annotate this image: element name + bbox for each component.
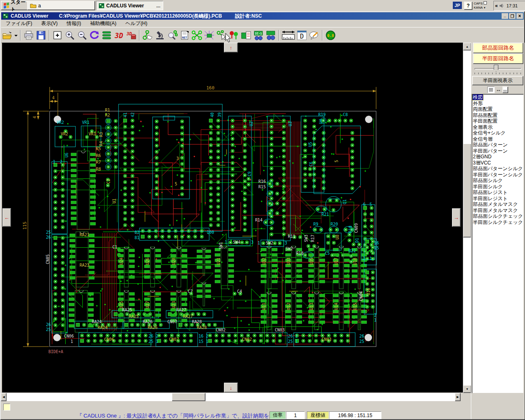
pan-down-button[interactable]: ↓ bbox=[224, 383, 238, 393]
layers-button[interactable] bbox=[100, 29, 113, 41]
horizontal-scroll-thumb[interactable] bbox=[172, 393, 205, 401]
pan-left-button[interactable]: ← bbox=[2, 208, 11, 227]
pcb-canvas[interactable]: 16011544BIDE+AVR2VR1VR2VR1R1R2R3R4R5R6R7… bbox=[2, 43, 463, 393]
ic-search-button[interactable] bbox=[265, 29, 277, 41]
maximize-button[interactable]: ❐ bbox=[509, 13, 516, 19]
minimize-button[interactable]: _ bbox=[502, 13, 508, 19]
zoom-in-button[interactable] bbox=[64, 29, 76, 41]
line-width-button[interactable]: 0.8 bbox=[324, 29, 337, 41]
zoom-window-button[interactable] bbox=[51, 29, 64, 41]
print-button[interactable] bbox=[23, 29, 35, 41]
layer-list-item[interactable]: 部品面シルクチェック bbox=[472, 213, 523, 219]
status-bar: 『 CADLUS One 』: 最大設計者6人までの「同時パラレル作業」で、設計… bbox=[1, 401, 471, 419]
tray-expand-icon[interactable]: « bbox=[495, 3, 498, 9]
pan-up-button[interactable]: ↑ bbox=[224, 43, 238, 52]
layer-list-item[interactable]: 検図 bbox=[472, 94, 523, 100]
svg-text:C9: C9 bbox=[247, 171, 252, 176]
net-cross-button[interactable] bbox=[191, 29, 203, 41]
layer-list-item[interactable]: 部品面レジスト bbox=[472, 189, 523, 196]
component-side-net-button[interactable]: 部品面回路名 bbox=[473, 43, 523, 53]
part-rays-button[interactable] bbox=[203, 29, 215, 41]
layer-list[interactable]: 検図外形両面配置部品面配置半田面配置全層表示全信号+シルク全信号層部品面パターン… bbox=[472, 94, 524, 393]
close-button[interactable]: × bbox=[516, 13, 523, 19]
floppy-icon bbox=[36, 30, 46, 40]
layer-list-item[interactable]: 全信号層 bbox=[472, 136, 523, 142]
layer-list-item[interactable]: 半田面パターンシルク bbox=[472, 172, 523, 178]
solder-view-button[interactable]: 半田面視表示 bbox=[472, 76, 523, 85]
dimension-button[interactable]: D bbox=[296, 29, 308, 41]
scroll-right-button[interactable]: ▶ bbox=[455, 393, 461, 401]
parts-list-button[interactable] bbox=[240, 29, 252, 41]
menu-item[interactable]: 情報(I) bbox=[62, 20, 85, 27]
layer-list-item[interactable]: 外形 bbox=[472, 100, 523, 107]
layer-list-item[interactable]: 部品面シルク bbox=[472, 178, 523, 184]
toolbar-separator bbox=[322, 30, 323, 41]
layer-list-item[interactable]: 半田面パターン bbox=[472, 148, 523, 154]
taskbar-item-a[interactable]: a bbox=[27, 1, 95, 10]
layer-list-item[interactable]: 半田面シルク bbox=[472, 184, 523, 190]
net-search-button[interactable] bbox=[166, 29, 178, 41]
scroll-up-button[interactable]: ▲ bbox=[463, 43, 471, 50]
ime-caps-kana[interactable]: CAPS KANA ▼ bbox=[474, 1, 492, 10]
coordinate-label: 座標値 bbox=[307, 411, 329, 419]
scroll-left-button[interactable]: ◀ bbox=[1, 393, 7, 401]
svg-text:R11: R11 bbox=[288, 234, 295, 239]
svg-text:25 1: 25 1 bbox=[288, 339, 298, 344]
list-view-icon[interactable] bbox=[487, 87, 495, 93]
layer-list-item[interactable]: 半田面配置 bbox=[472, 118, 523, 124]
compact-view-icon[interactable] bbox=[502, 87, 508, 93]
svg-text:41: 41 bbox=[123, 112, 128, 117]
svg-text:40: 40 bbox=[210, 112, 215, 117]
microscope-icon bbox=[155, 30, 165, 40]
open-button[interactable] bbox=[1, 29, 14, 41]
svg-text:VR2: VR2 bbox=[57, 120, 64, 125]
layer-list-item[interactable]: 2層GND bbox=[472, 154, 523, 160]
layer-list-item[interactable]: 両面配置 bbox=[472, 106, 523, 112]
net-list-button[interactable]: NET bbox=[178, 29, 191, 41]
inspect-button[interactable] bbox=[154, 29, 166, 41]
probe-button[interactable] bbox=[142, 29, 154, 41]
measure-button[interactable] bbox=[281, 29, 296, 41]
ime-indicator[interactable]: JP bbox=[453, 2, 462, 9]
slider-thumb[interactable] bbox=[494, 65, 498, 72]
svg-text:U5: U5 bbox=[308, 142, 313, 147]
layer-list-item[interactable]: 3層VCC bbox=[472, 160, 523, 166]
title-designer: 設計者:NSC bbox=[235, 13, 262, 20]
layer-list-item[interactable]: 半田面メタルマスク bbox=[472, 208, 523, 214]
ic-search-1-button[interactable]: IC-1 bbox=[252, 29, 265, 41]
menu-item[interactable]: ファイル(F) bbox=[1, 20, 37, 27]
layer-list-item[interactable]: 全信号+シルク bbox=[472, 130, 523, 136]
scroll-down-button[interactable]: ▼ bbox=[463, 385, 471, 393]
ime-help-button[interactable]: ? bbox=[464, 2, 472, 10]
menu-item[interactable]: 補助機能(A) bbox=[86, 20, 121, 27]
taskbar-item-cadlus[interactable]: CADLUS Viewer ... bbox=[96, 1, 163, 10]
horizontal-scrollbar[interactable]: ◀ ▶ bbox=[1, 393, 460, 401]
open-dropdown[interactable] bbox=[14, 29, 18, 41]
layer-list-item[interactable]: 全層表示 bbox=[472, 124, 523, 130]
layer-list-item[interactable]: 半田面シルクチェック bbox=[472, 219, 523, 226]
solder-side-net-button[interactable]: 半田面回路名 bbox=[473, 53, 523, 64]
layer-list-item[interactable]: 部品面パターンシルク bbox=[472, 166, 523, 172]
zoom-out-button[interactable] bbox=[76, 29, 88, 41]
comment-button[interactable] bbox=[308, 29, 320, 41]
svg-text:CN07: CN07 bbox=[167, 320, 177, 324]
layer-list-item[interactable]: 半田面レジスト bbox=[472, 196, 523, 202]
view-3d-button[interactable]: 3D bbox=[113, 29, 125, 41]
view-3d-board-button[interactable]: 3D bbox=[125, 29, 137, 41]
start-button[interactable]: スタート bbox=[1, 1, 30, 10]
svg-text:RA24: RA24 bbox=[92, 320, 102, 324]
menu-item[interactable]: 表示(V) bbox=[37, 20, 62, 27]
volume-icon[interactable] bbox=[499, 3, 504, 8]
menu-item[interactable]: ヘルプ(H) bbox=[121, 20, 152, 27]
net-doc-icon: NET bbox=[179, 30, 190, 40]
ruler-icon bbox=[281, 30, 295, 41]
pan-right-button[interactable]: → bbox=[452, 208, 461, 227]
layer-list-item[interactable]: 部品面パターン bbox=[472, 142, 523, 148]
redraw-button[interactable] bbox=[88, 29, 100, 41]
layer-list-item[interactable]: 部品面配置 bbox=[472, 112, 523, 119]
vertical-scroll-thumb[interactable] bbox=[463, 144, 471, 237]
svg-text:U14: U14 bbox=[334, 303, 338, 310]
layer-list-item[interactable]: 部品面メタルマスク bbox=[472, 201, 523, 208]
vertical-scrollbar[interactable]: ▲ ▼ bbox=[463, 43, 471, 393]
save-button[interactable] bbox=[35, 29, 47, 41]
